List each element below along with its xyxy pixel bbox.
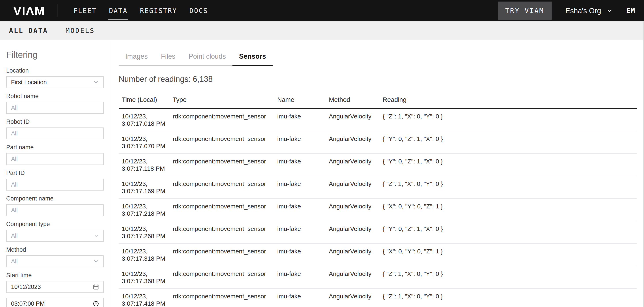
table-row[interactable]: 10/12/23,3:07:17.018 PM rdk:component:mo… <box>119 108 637 131</box>
sub-nav: ALL DATA MODELS <box>0 22 644 40</box>
cell-reading: { "X": 0, "Y": 0, "Z": 1 } <box>380 198 637 221</box>
table-row[interactable]: 10/12/23,3:07:17.118 PM rdk:component:mo… <box>119 154 637 176</box>
cell-time: 10/12/23,3:07:17.118 PM <box>119 154 170 176</box>
cell-reading: { "X": 0, "Y": 0, "Z": 1 } <box>380 244 637 266</box>
robot-id-label: Robot ID <box>6 119 104 125</box>
cell-reading: { "Z": 1, "X": 0, "Y": 0 } <box>380 266 637 288</box>
cell-method: AngularVelocity <box>326 198 380 221</box>
chevron-down-icon <box>93 79 99 85</box>
cell-reading: { "Z": 1, "X": 0, "Y": 0 } <box>380 288 637 307</box>
method-field: Method All <box>6 246 104 267</box>
filter-sidebar: Filtering Location First Location Robot … <box>0 40 111 307</box>
cell-type: rdk:component:movement_sensor <box>170 198 274 221</box>
start-time-label: Start time <box>6 272 104 278</box>
cell-time: 10/12/23,3:07:17.318 PM <box>119 244 170 266</box>
chevron-down-icon <box>93 233 99 239</box>
table-row[interactable]: 10/12/23,3:07:17.218 PM rdk:component:mo… <box>119 198 637 221</box>
sensor-readings-table: Time (Local) Type Name Method Reading 10… <box>119 84 637 307</box>
part-id-field: Part ID <box>6 170 104 190</box>
top-nav: VIΛM FLEET DATA REGISTRY DOCS TRY VIAM E… <box>0 0 644 22</box>
cell-reading: { "Y": 0, "Z": 1, "X": 0 } <box>380 131 637 154</box>
cell-name: imu-fake <box>274 266 326 288</box>
table-row[interactable]: 10/12/23,3:07:17.070 PM rdk:component:mo… <box>119 131 637 154</box>
component-type-select[interactable]: All <box>6 230 104 242</box>
tab-sensors[interactable]: Sensors <box>232 52 272 65</box>
cell-reading: { "Y": 0, "Z": 1, "X": 0 } <box>380 221 637 244</box>
filtering-title: Filtering <box>6 50 104 60</box>
cell-method: AngularVelocity <box>326 221 380 244</box>
start-clock-input[interactable]: 03:07:00 PM <box>6 298 104 307</box>
cell-time: 10/12/23,3:07:17.368 PM <box>119 266 170 288</box>
method-label: Method <box>6 246 104 253</box>
top-nav-right: TRY VIAM Esha's Org EM <box>498 2 644 20</box>
cell-type: rdk:component:movement_sensor <box>170 176 274 198</box>
main-content: Images Files Point clouds Sensors Number… <box>112 40 644 307</box>
tab-files[interactable]: Files <box>154 52 182 65</box>
calendar-icon[interactable] <box>93 284 99 290</box>
part-name-field: Part name <box>6 144 104 165</box>
location-field: Location First Location <box>6 68 104 88</box>
component-type-field: Component type All <box>6 221 104 242</box>
avatar[interactable]: EM <box>626 6 635 15</box>
part-name-label: Part name <box>6 144 104 150</box>
cell-reading: { "Z": 1, "X": 0, "Y": 0 } <box>380 108 637 131</box>
cell-time: 10/12/23,3:07:17.018 PM <box>119 108 170 131</box>
cell-type: rdk:component:movement_sensor <box>170 131 274 154</box>
nav-item-fleet[interactable]: FLEET <box>74 7 96 14</box>
location-select[interactable]: First Location <box>6 76 104 88</box>
start-date-input[interactable]: 10/12/2023 <box>6 281 104 293</box>
component-name-input[interactable] <box>6 204 104 216</box>
viam-logo[interactable]: VIΛM <box>13 5 45 17</box>
location-label: Location <box>6 68 104 74</box>
cell-name: imu-fake <box>274 131 326 154</box>
cell-name: imu-fake <box>274 221 326 244</box>
part-id-label: Part ID <box>6 170 104 176</box>
cell-method: AngularVelocity <box>326 288 380 307</box>
try-viam-button[interactable]: TRY VIAM <box>498 2 552 20</box>
scrollbar-track-edge[interactable] <box>643 22 644 307</box>
part-name-input[interactable] <box>6 153 104 165</box>
table-header-row: Time (Local) Type Name Method Reading <box>119 84 637 108</box>
column-header-type: Type <box>170 84 274 108</box>
robot-id-input[interactable] <box>6 128 104 140</box>
org-name: Esha's Org <box>565 6 601 15</box>
cell-name: imu-fake <box>274 108 326 131</box>
tab-point-clouds[interactable]: Point clouds <box>182 52 232 65</box>
readings-count: Number of readings: 6,138 <box>119 74 644 84</box>
cell-method: AngularVelocity <box>326 244 380 266</box>
tab-images[interactable]: Images <box>119 52 154 65</box>
column-header-method: Method <box>326 84 380 108</box>
cell-type: rdk:component:movement_sensor <box>170 108 274 131</box>
cell-name: imu-fake <box>274 244 326 266</box>
clock-icon[interactable] <box>93 300 99 307</box>
sensor-table-body: 10/12/23,3:07:17.018 PM rdk:component:mo… <box>119 108 637 307</box>
robot-name-input[interactable] <box>6 102 104 114</box>
part-id-input[interactable] <box>6 179 104 190</box>
method-select[interactable]: All <box>6 256 104 267</box>
cell-method: AngularVelocity <box>326 154 380 176</box>
chevron-down-icon <box>93 258 99 264</box>
cell-name: imu-fake <box>274 154 326 176</box>
cell-type: rdk:component:movement_sensor <box>170 288 274 307</box>
cell-time: 10/12/23,3:07:17.169 PM <box>119 176 170 198</box>
tab-models[interactable]: MODELS <box>66 27 95 34</box>
cell-type: rdk:component:movement_sensor <box>170 244 274 266</box>
table-row[interactable]: 10/12/23,3:07:17.268 PM rdk:component:mo… <box>119 221 637 244</box>
org-switcher[interactable]: Esha's Org <box>565 6 612 15</box>
cell-time: 10/12/23,3:07:17.070 PM <box>119 131 170 154</box>
cell-method: AngularVelocity <box>326 266 380 288</box>
cell-method: AngularVelocity <box>326 131 380 154</box>
start-time-field: Start time 10/12/2023 <box>6 272 104 293</box>
nav-item-data[interactable]: DATA <box>109 7 128 14</box>
table-row[interactable]: 10/12/23,3:07:17.169 PM rdk:component:mo… <box>119 176 637 198</box>
table-row[interactable]: 10/12/23,3:07:17.418 PM rdk:component:mo… <box>119 288 637 307</box>
cell-time: 10/12/23,3:07:17.268 PM <box>119 221 170 244</box>
table-row[interactable]: 10/12/23,3:07:17.318 PM rdk:component:mo… <box>119 244 637 266</box>
tab-all-data[interactable]: ALL DATA <box>9 27 48 34</box>
cell-time: 10/12/23,3:07:17.418 PM <box>119 288 170 307</box>
nav-item-docs[interactable]: DOCS <box>190 7 208 14</box>
component-name-label: Component name <box>6 196 104 202</box>
table-row[interactable]: 10/12/23,3:07:17.368 PM rdk:component:mo… <box>119 266 637 288</box>
nav-item-registry[interactable]: REGISTRY <box>140 7 177 14</box>
cell-reading: { "Y": 0, "Z": 1, "X": 0 } <box>380 154 637 176</box>
